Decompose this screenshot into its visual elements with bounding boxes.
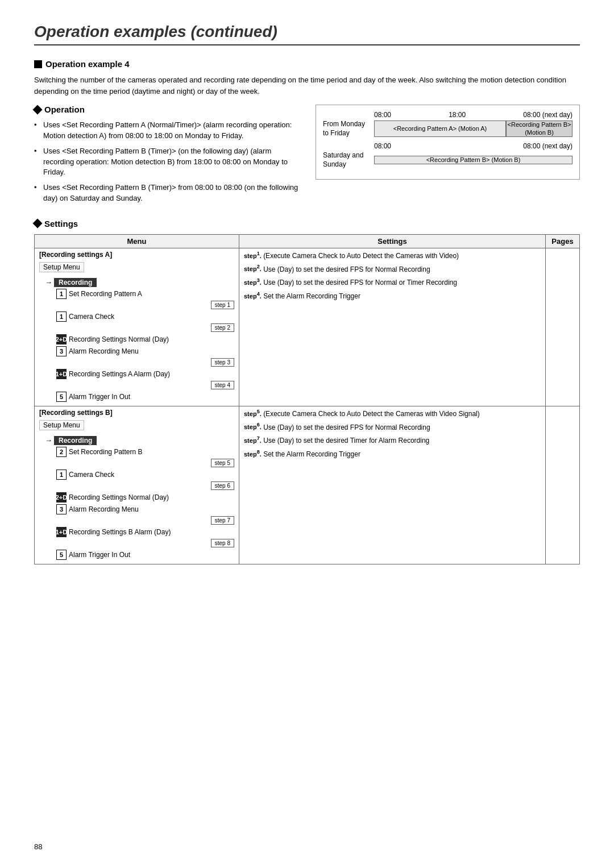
black-square-icon: [34, 60, 42, 68]
step5-text: (Execute Camera Check to Auto Detect the…: [263, 410, 480, 418]
section-heading: Operation example 4: [34, 59, 580, 69]
section-b-title: [Recording settings B]: [39, 409, 234, 417]
timeline-seg-weekend: <Recording Pattern B> (Motion B): [374, 156, 572, 164]
menu-item-a-1d: 1+D Recording Settings A Alarm (Day): [56, 369, 234, 379]
timeline-diagram: 08:00 18:00 08:00 (next day) From Monday…: [316, 105, 580, 209]
pages-cell-a: [546, 248, 580, 406]
timeline-label-weekend: Saturday and Sunday: [323, 151, 374, 169]
timeline-seg-b: <Recording Pattern B> (Motion B): [506, 121, 572, 136]
menu-label-a-1d: Recording Settings A Alarm (Day): [69, 370, 170, 378]
menu-cell-b: [Recording settings B] Setup Menu → Reco…: [35, 406, 239, 564]
menu-item-b-5: 5 Alarm Trigger In Out: [56, 550, 234, 560]
section-a-title: [Recording settings A]: [39, 251, 234, 259]
menu-item-a-2d: 2+D Recording Settings Normal (Day): [56, 334, 234, 344]
settings-cell-b: step5. (Execute Camera Check to Auto Det…: [239, 406, 546, 564]
recording-badge-a: Recording: [54, 278, 97, 287]
num-badge-3a: 3: [56, 346, 67, 356]
operation-bullets: Uses <Set Recording Pattern A (Normal/Ti…: [34, 120, 298, 204]
timeline-seg-a: <Recording Pattern A> (Motion A): [374, 121, 506, 136]
num-badge-5b: 5: [56, 550, 67, 560]
step8-row: step8. Set the Alarm Recording Trigger: [244, 449, 541, 458]
diamond-icon: [33, 105, 43, 114]
menu-label-b-2d: Recording Settings Normal (Day): [69, 493, 169, 501]
bullet-2: Uses <Set Recording Pattern B (Timer)> (…: [34, 146, 298, 178]
diamond-settings-icon: [33, 219, 43, 229]
num-badge-2d-b: 2+D: [56, 492, 67, 502]
pages-cell-b: [546, 406, 580, 564]
timeline-label-weekday: From Monday to Friday: [323, 120, 374, 138]
menu-label-b-1d: Recording Settings B Alarm (Day): [69, 528, 171, 536]
menu-label-a-3: Alarm Recording Menu: [69, 347, 139, 355]
description: Switching the number of the cameras oper…: [34, 74, 580, 97]
step6-row: step6. Use (Day) to set the desired FPS …: [244, 422, 541, 431]
step-box-8: step 8: [211, 539, 234, 547]
step7-label: step7.: [244, 437, 262, 444]
step7-text: Use (Day) to set the desired Timer for A…: [263, 437, 429, 445]
menu-item-a-1-1: 1 Camera Check: [56, 312, 234, 322]
step-box-3: step 3: [211, 358, 234, 367]
step8-text: Set the Alarm Recording Trigger: [263, 450, 360, 458]
menu-item-b-3: 3 Alarm Recording Menu: [56, 504, 234, 514]
step1-row: step1. (Execute Camera Check to Auto Det…: [244, 251, 541, 260]
menu-item-a-5: 5 Alarm Trigger In Out: [56, 392, 234, 402]
setup-menu-a: Setup Menu: [39, 262, 84, 272]
page-title: Operation examples (continued): [34, 23, 580, 45]
step-box-1: step 1: [211, 301, 234, 309]
step3-row: step3. Use (Day) to set the desired FPS …: [244, 277, 541, 286]
menu-item-b-1: 1 Camera Check: [56, 470, 234, 480]
step-box-4: step 4: [211, 381, 234, 389]
num-badge-1b: 1: [56, 470, 67, 480]
step-box-7: step 7: [211, 516, 234, 525]
step4-row: step4. Set the Alarm Recording Trigger: [244, 291, 541, 300]
time-1800: 18:00: [449, 111, 466, 119]
num-badge-1d-b: 1+D: [56, 527, 67, 537]
table-row-section-b: [Recording settings B] Setup Menu → Reco…: [35, 406, 580, 564]
time-next-day-1: 08:00 (next day): [523, 111, 572, 119]
menu-label-a-1: Set Recording Pattern A: [69, 290, 142, 298]
step3-label: step3.: [244, 279, 262, 286]
step6-label: step6.: [244, 423, 262, 430]
bullet-3: Uses <Set Recording Pattern B (Timer)> f…: [34, 182, 298, 204]
step4-text: Set the Alarm Recording Trigger: [263, 292, 360, 300]
settings-cell-a: step1. (Execute Camera Check to Auto Det…: [239, 248, 546, 406]
table-row-section-a: [Recording settings A] Setup Menu → Reco…: [35, 248, 580, 406]
settings-heading: Settings: [34, 219, 580, 229]
menu-item-b-1d: 1+D Recording Settings B Alarm (Day): [56, 527, 234, 537]
num-badge-3b: 3: [56, 504, 67, 514]
step2-text: Use (Day) to set the desired FPS for Nor…: [263, 265, 430, 273]
arrow-recording-a: → Recording: [45, 278, 234, 287]
col-header-menu: Menu: [35, 234, 239, 248]
menu-item-b-2: 2 Set Recording Pattern B: [56, 447, 234, 457]
step3-text: Use (Day) to set the desired FPS for Nor…: [263, 279, 457, 286]
main-table: Menu Settings Pages [Recording settings …: [34, 234, 580, 564]
num-badge-1a-1: 1: [56, 312, 67, 322]
menu-item-a-1: 1 Set Recording Pattern A: [56, 289, 234, 299]
time-0800-2: 08:00: [374, 142, 391, 150]
time-next-day-2: 08:00 (next day): [523, 142, 572, 150]
step4-label: step4.: [244, 293, 262, 300]
arrow-icon-a: →: [45, 278, 52, 286]
step6-text: Use (Day) to set the desired FPS for Nor…: [263, 423, 430, 431]
menu-label-b-1: Camera Check: [69, 471, 114, 479]
step-box-5: step 5: [211, 459, 234, 467]
col-header-settings: Settings: [239, 234, 546, 248]
menu-item-b-2d: 2+D Recording Settings Normal (Day): [56, 492, 234, 502]
num-badge-1d-a: 1+D: [56, 369, 67, 379]
step1-text: (Execute Camera Check to Auto Detect the…: [263, 252, 459, 260]
recording-badge-b: Recording: [54, 436, 97, 445]
num-badge-2d-a: 2+D: [56, 334, 67, 344]
operation-heading: Operation: [34, 105, 298, 114]
col-header-pages: Pages: [546, 234, 580, 248]
menu-label-a-2d: Recording Settings Normal (Day): [69, 335, 169, 343]
menu-label-b-5: Alarm Trigger In Out: [69, 551, 130, 559]
step5-label: step5.: [244, 410, 262, 417]
step-box-2: step 2: [211, 323, 234, 332]
menu-label-b-2: Set Recording Pattern B: [69, 448, 142, 456]
step2-label: step2.: [244, 265, 262, 272]
menu-label-b-3: Alarm Recording Menu: [69, 505, 139, 513]
menu-cell-a: [Recording settings A] Setup Menu → Reco…: [35, 248, 239, 406]
step8-label: step8.: [244, 451, 262, 458]
step7-row: step7. Use (Day) to set the desired Time…: [244, 435, 541, 445]
step1-label: step1.: [244, 252, 262, 259]
menu-label-a-1-1: Camera Check: [69, 313, 114, 321]
